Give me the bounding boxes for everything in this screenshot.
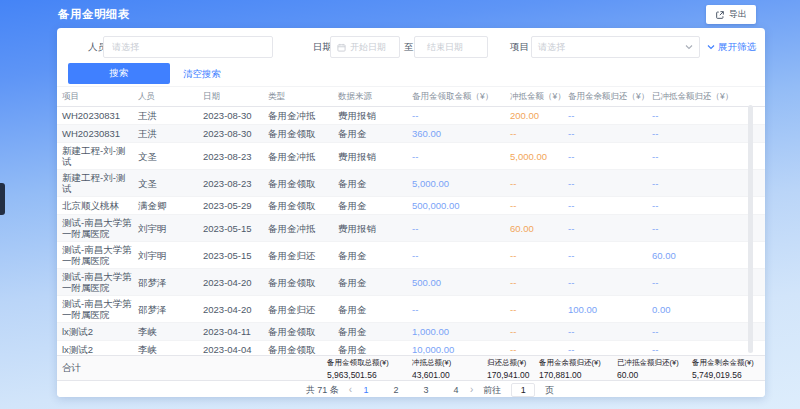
summary-item: 归还总额(¥) 170,941.00 <box>487 358 530 380</box>
sidebar-collapse-handle[interactable] <box>0 183 5 215</box>
page-number[interactable]: 3 <box>422 385 430 395</box>
cell-received-amount: -- <box>412 248 510 263</box>
goto-page-input[interactable] <box>511 383 535 397</box>
cell-balance-return: -- <box>568 221 652 236</box>
cell-type: 备用金领取 <box>268 275 338 290</box>
search-button[interactable]: 搜索 <box>68 63 170 84</box>
cell-offset-amount: -- <box>510 275 568 290</box>
pagination-total: 共 71 条 <box>306 384 339 397</box>
next-page-button[interactable]: › <box>470 381 473 397</box>
cell-type: 备用金冲抵 <box>268 149 338 164</box>
page-number[interactable]: 2 <box>392 385 400 395</box>
summary-items: 备用金领取总额(¥) 5,963,501.56 冲抵总额(¥) 43,601.0… <box>57 356 765 380</box>
cell-balance-return: -- <box>568 198 652 213</box>
cell-source: 备用金 <box>338 302 412 317</box>
date-start-input[interactable]: 开始日期 <box>330 36 400 58</box>
cell-offset-amount: -- <box>510 248 568 263</box>
project-select[interactable]: 请选择 <box>531 36 700 58</box>
table-row[interactable]: WH20230831 王洪 2023-08-30 备用金冲抵 费用报销 -- 2… <box>57 107 765 125</box>
date-end-input[interactable]: 结束日期 <box>414 36 488 58</box>
column-header[interactable]: 备用金领取金额（¥） <box>412 91 510 103</box>
table-row[interactable]: 测试-南昌大学第一附属医院 刘宇明 2023-05-15 备用金冲抵 费用报销 … <box>57 215 765 242</box>
summary-item-label: 备用金剩余金额(¥) <box>692 358 754 368</box>
cell-received-amount: -- <box>412 302 510 317</box>
column-header[interactable]: 类型 <box>268 91 338 103</box>
table-row[interactable]: 测试-南昌大学第一附属医院 邵梦泽 2023-04-20 备用金归还 备用金 -… <box>57 296 765 323</box>
cell-type: 备用金领取 <box>268 176 338 191</box>
table-row[interactable]: 新建工程-刘-测试 文圣 2023-08-23 备用金冲抵 费用报销 -- 5,… <box>57 143 765 170</box>
cell-balance-return: -- <box>568 149 652 164</box>
project-label: 项目 <box>510 36 529 58</box>
table-row[interactable]: 新建工程-刘-测试 文圣 2023-08-23 备用金领取 备用金 5,000.… <box>57 170 765 197</box>
cell-project: lx测试2 <box>62 324 138 339</box>
summary-item-label: 已冲抵金额归还(¥) <box>617 358 679 368</box>
cell-source: 备用金 <box>338 176 412 191</box>
cell-date: 2023-08-30 <box>203 126 268 141</box>
export-button-label: 导出 <box>729 8 747 21</box>
cell-offset-return: -- <box>652 149 748 164</box>
column-header[interactable]: 冲抵金额（¥） <box>510 91 568 103</box>
summary-item-value: 170,941.00 <box>487 370 530 380</box>
cell-offset-amount: -- <box>510 198 568 213</box>
chevron-down-icon <box>707 44 715 50</box>
expand-filters-label: 展开筛选 <box>718 41 756 54</box>
export-icon <box>715 10 725 20</box>
cell-offset-amount: -- <box>510 302 568 317</box>
export-button[interactable]: 导出 <box>706 5 756 24</box>
column-header[interactable]: 人员 <box>138 91 203 103</box>
cell-project: 测试-南昌大学第一附属医院 <box>62 296 138 322</box>
table-row[interactable]: lx测试2 李峡 2023-04-11 备用金领取 备用金 1,000.00 -… <box>57 323 765 341</box>
cell-project: WH20230831 <box>62 126 138 141</box>
cell-type: 备用金领取 <box>268 342 338 355</box>
person-input[interactable] <box>103 36 273 58</box>
cell-source: 备用金 <box>338 198 412 213</box>
cell-offset-return: 0.00 <box>652 302 748 317</box>
table-row[interactable]: lx测试2 李峡 2023-04-04 备用金领取 备用金 10,000.00 … <box>57 341 765 355</box>
cell-person: 刘宇明 <box>138 248 203 263</box>
summary-item: 备用金剩余金额(¥) 5,749,019.56 <box>692 358 754 380</box>
cell-received-amount: 1,000.00 <box>412 324 510 339</box>
column-header[interactable]: 备用金余额归还（¥） <box>568 91 652 103</box>
table-row[interactable]: 测试-南昌大学第一附属医院 邵梦泽 2023-04-20 备用金领取 备用金 5… <box>57 269 765 296</box>
summary-item-value: 5,963,501.56 <box>327 370 389 380</box>
table-row[interactable]: WH20230831 王洪 2023-08-30 备用金领取 备用金 360.0… <box>57 125 765 143</box>
cell-source: 费用报销 <box>338 221 412 236</box>
cell-person: 满金卿 <box>138 198 203 213</box>
cell-received-amount: -- <box>412 149 510 164</box>
table-row[interactable]: 北京顺义桃林 满金卿 2023-05-29 备用金领取 备用金 500,000.… <box>57 197 765 215</box>
column-header[interactable]: 已冲抵金额归还（¥） <box>652 91 748 103</box>
cell-received-amount: -- <box>412 221 510 236</box>
column-header[interactable]: 项目 <box>62 91 138 103</box>
table-row[interactable]: 测试-南昌大学第一附属医院 刘宇明 2023-05-15 备用金归还 备用金 -… <box>57 242 765 269</box>
cell-source: 备用金 <box>338 248 412 263</box>
cell-type: 备用金归还 <box>268 302 338 317</box>
filter-bar: 人员 日期 开始日期 至 结束日期 项目 请选择 展开筛选 搜索 <box>57 28 765 86</box>
cell-type: 备用金领取 <box>268 198 338 213</box>
summary-item-label: 归还总额(¥) <box>487 358 530 368</box>
clear-search-link[interactable]: 清空搜索 <box>183 63 221 84</box>
cell-received-amount: 500,000.00 <box>412 198 510 213</box>
cell-person: 王洪 <box>138 126 203 141</box>
page-number[interactable]: 4 <box>452 385 460 395</box>
cell-date: 2023-08-23 <box>203 176 268 191</box>
page-list: 1234 <box>362 385 460 395</box>
cell-source: 备用金 <box>338 342 412 355</box>
cell-project: 北京顺义桃林 <box>62 198 138 213</box>
cell-offset-return: -- <box>652 198 748 213</box>
cell-type: 备用金领取 <box>268 126 338 141</box>
expand-filters-link[interactable]: 展开筛选 <box>707 36 756 58</box>
cell-type: 备用金领取 <box>268 324 338 339</box>
column-header[interactable]: 日期 <box>203 91 268 103</box>
cell-offset-return: -- <box>652 176 748 191</box>
prev-page-button[interactable]: ‹ <box>349 381 352 397</box>
page-number[interactable]: 1 <box>362 385 370 395</box>
table-scrollbar[interactable] <box>748 105 753 353</box>
table-header: 项目人员日期类型数据来源备用金领取金额（¥）冲抵金额（¥）备用金余额归还（¥）已… <box>57 86 765 107</box>
cell-date: 2023-05-15 <box>203 248 268 263</box>
column-header[interactable]: 数据来源 <box>338 91 412 103</box>
cell-person: 邵梦泽 <box>138 302 203 317</box>
cell-balance-return: -- <box>568 126 652 141</box>
cell-source: 备用金 <box>338 126 412 141</box>
cell-balance-return: -- <box>568 248 652 263</box>
cell-offset-return: -- <box>652 275 748 290</box>
